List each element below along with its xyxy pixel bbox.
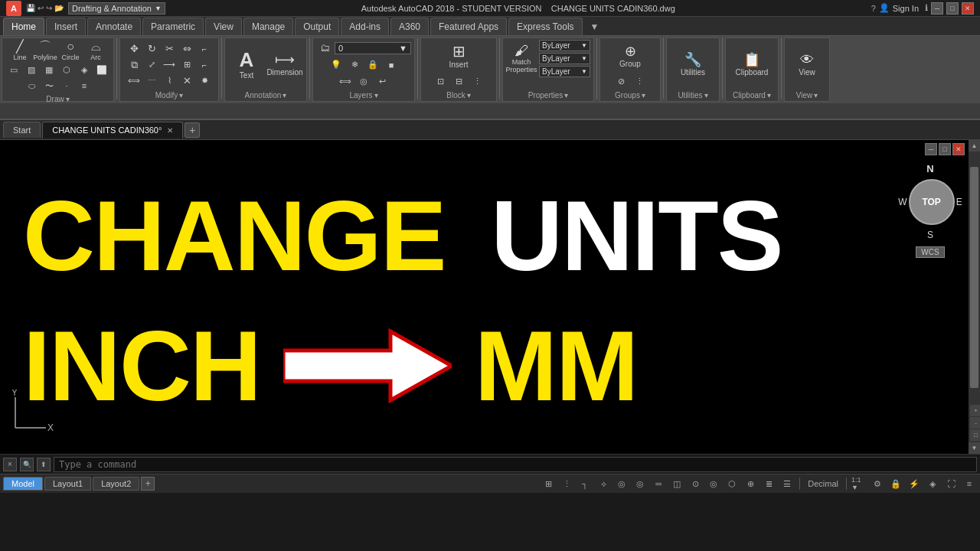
minimize-button[interactable]: ─ xyxy=(931,2,943,15)
tab-featured-apps[interactable]: Featured Apps xyxy=(430,18,507,35)
layer-freeze-tool[interactable]: ❄ xyxy=(346,57,363,73)
chamfer-tool[interactable]: ⌐ xyxy=(196,57,213,73)
insert-tool[interactable]: ⊞ Insert xyxy=(440,41,477,73)
command-close-button[interactable]: × xyxy=(3,458,17,471)
clipboard-panel-label[interactable]: Clipboard ▾ xyxy=(733,90,771,99)
qa-icon[interactable]: 💾 xyxy=(26,4,35,12)
ortho-toggle[interactable]: ┐ xyxy=(577,477,593,491)
extend-tool[interactable]: ⟶ xyxy=(161,57,178,73)
command-search-button[interactable]: 🔍 xyxy=(20,458,34,471)
canvas-restore-button[interactable]: □ xyxy=(939,143,951,155)
hatch-tool[interactable]: ▨ xyxy=(23,62,40,77)
layout1-tab[interactable]: Layout1 xyxy=(44,477,91,491)
tab-home[interactable]: Home xyxy=(3,18,44,35)
create-block-tool[interactable]: ⊡ xyxy=(432,74,449,90)
stretch-tool[interactable]: ⟺ xyxy=(126,73,142,89)
scale-tool[interactable]: ⤢ xyxy=(143,57,160,73)
zoom-in-button[interactable]: + xyxy=(970,405,980,416)
layer-dropdown[interactable]: 0 ▼ xyxy=(335,42,411,54)
hardware-acceleration-icon[interactable]: ⚡ xyxy=(906,477,922,491)
rectangle-tool[interactable]: ▭ xyxy=(5,62,22,77)
annotate-scale-icon[interactable]: 1:1 ▼ xyxy=(851,477,867,491)
point-tool[interactable]: · xyxy=(58,78,75,93)
dimension-tool[interactable]: ⟼ Dimension xyxy=(266,45,303,85)
polar-toggle[interactable]: ⟡ xyxy=(596,477,611,491)
boundary-tool[interactable]: ⬡ xyxy=(58,62,75,77)
tab-insert[interactable]: Insert xyxy=(46,18,86,35)
multiline-tool[interactable]: ≡ xyxy=(76,78,93,93)
layer-off-tool[interactable]: 💡 xyxy=(328,57,345,73)
offset-tool[interactable]: ⋯ xyxy=(143,73,160,89)
rotate-tool[interactable]: ↻ xyxy=(143,41,160,57)
command-expand-button[interactable]: ⬆ xyxy=(37,458,51,471)
3d-objects-snap-toggle[interactable]: ◎ xyxy=(706,477,721,491)
match-properties-tool[interactable]: 🖌 MatchProperties xyxy=(506,40,537,78)
scroll-up-button[interactable]: ▲ xyxy=(969,140,980,152)
doc-tab-start[interactable]: Start xyxy=(3,122,41,138)
dynamic-input-toggle[interactable]: ⊕ xyxy=(743,477,758,491)
decimal-label[interactable]: Decimal xyxy=(805,479,841,488)
tab-a360[interactable]: A360 xyxy=(390,18,429,35)
object-snap-toggle[interactable]: ◎ xyxy=(614,477,629,491)
object-snap-tracking-toggle[interactable]: ◎ xyxy=(632,477,648,491)
lock-ui-icon[interactable]: 🔒 xyxy=(888,477,903,491)
circle-tool[interactable]: ○ Circle xyxy=(58,40,83,61)
layer-props-tool[interactable]: 🗂 xyxy=(316,41,333,56)
qa-redo[interactable]: ↪ xyxy=(46,4,52,12)
snap-toggle[interactable]: ⋮ xyxy=(559,477,574,491)
array-tool[interactable]: ⊞ xyxy=(178,57,195,73)
polyline-tool[interactable]: ⌒ Polyline xyxy=(33,40,57,61)
fillet-tool[interactable]: ⌐ xyxy=(196,41,213,57)
tab-manage[interactable]: Manage xyxy=(243,18,293,35)
tab-express-tools[interactable]: Express Tools xyxy=(508,18,582,35)
gradient-tool[interactable]: ▦ xyxy=(41,62,57,77)
clipboard-tool[interactable]: 📋 Clipboard xyxy=(733,45,770,85)
zoom-out-button[interactable]: - xyxy=(970,417,980,429)
define-block-tool[interactable]: ⊟ xyxy=(450,74,467,90)
close-button[interactable]: ✕ xyxy=(962,2,974,15)
block-more-icon[interactable]: ⋮ xyxy=(469,74,485,90)
lineweight-toggle[interactable]: ═ xyxy=(651,477,666,491)
properties-panel-label[interactable]: Properties ▾ xyxy=(528,90,569,99)
tab-output[interactable]: Output xyxy=(295,18,339,35)
erase-tool[interactable]: ✕ xyxy=(178,73,195,89)
grid-toggle[interactable]: ⊞ xyxy=(541,477,556,491)
model-tab[interactable]: Model xyxy=(3,477,43,491)
ellipse-tool[interactable]: ⬭ xyxy=(23,78,40,93)
restore-button[interactable]: □ xyxy=(946,2,959,15)
groups-panel-label[interactable]: Groups ▾ xyxy=(615,90,645,99)
wcs-label[interactable]: WCS xyxy=(916,246,944,258)
arc-tool[interactable]: ⌓ Arc xyxy=(83,40,108,61)
select-cycling-toggle[interactable]: ⊙ xyxy=(688,477,703,491)
text-tool[interactable]: A Text xyxy=(228,45,265,85)
wipeout-tool[interactable]: ⬜ xyxy=(93,62,110,77)
group-more-icon[interactable]: ⋮ xyxy=(631,74,648,90)
layers-panel-label[interactable]: Layers ▾ xyxy=(349,90,377,99)
workspace-selector[interactable]: Drafting & Annotation ▼ xyxy=(68,2,165,15)
qa-undo[interactable]: ↩ xyxy=(38,4,44,12)
layer-color-tool[interactable]: ■ xyxy=(383,57,400,73)
scroll-down-button[interactable]: ▼ xyxy=(969,442,980,454)
quick-properties-toggle[interactable]: ≣ xyxy=(761,477,776,491)
modify-panel-label[interactable]: Modify ▾ xyxy=(155,90,183,99)
quick-view-toggle[interactable]: ☰ xyxy=(779,477,795,491)
tab-parametric[interactable]: Parametric xyxy=(142,18,204,35)
break-tool[interactable]: ⌇ xyxy=(161,73,178,89)
transparency-toggle[interactable]: ◫ xyxy=(669,477,684,491)
group-tool[interactable]: ⊕ Group xyxy=(612,41,648,73)
tab-view[interactable]: View xyxy=(205,18,242,35)
right-scrollbar[interactable]: ▲ + - □ ▼ xyxy=(969,140,980,454)
zoom-extents-button[interactable]: □ xyxy=(970,429,980,441)
utilities-panel-label[interactable]: Utilities ▾ xyxy=(678,90,707,99)
explode-tool[interactable]: ✸ xyxy=(196,73,213,89)
utilities-tool[interactable]: 🔧 Utilities xyxy=(675,45,711,85)
tab-addins[interactable]: Add-ins xyxy=(341,18,389,35)
ungroup-tool[interactable]: ⊘ xyxy=(612,74,629,90)
move-tool[interactable]: ✥ xyxy=(126,41,142,57)
add-layout-button[interactable]: + xyxy=(141,477,155,491)
signin-button[interactable]: Sign In xyxy=(893,4,919,13)
fullscreen-icon[interactable]: ⛶ xyxy=(943,477,959,491)
layer-match-tool[interactable]: ⟺ xyxy=(337,74,354,90)
expand-ribbon-icon[interactable]: ▼ xyxy=(587,18,603,35)
draw-panel-label[interactable]: Draw ▾ xyxy=(46,93,69,103)
